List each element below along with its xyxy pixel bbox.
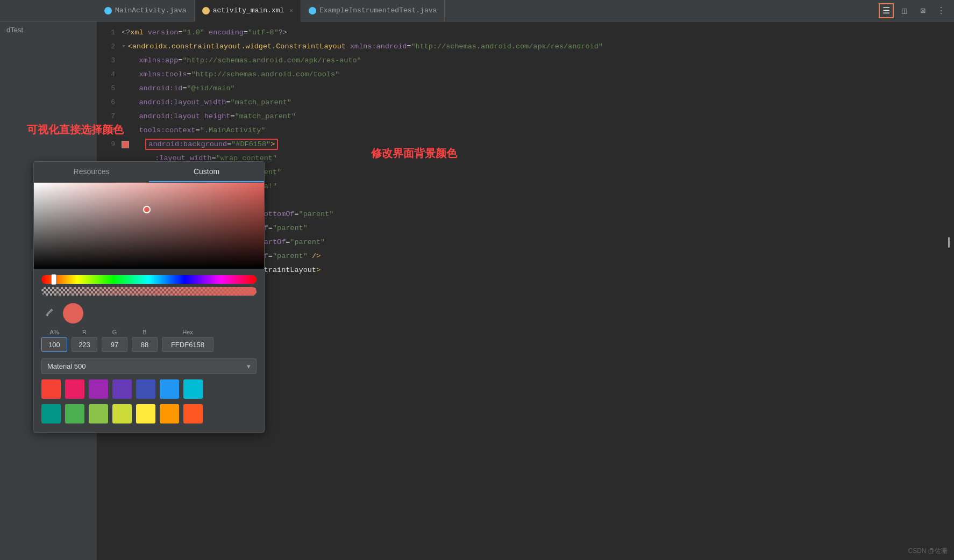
blue-field: B <box>132 329 158 352</box>
code-line-5: 5 android:id="@+id/main" <box>97 82 954 96</box>
palette-color-yellow[interactable] <box>136 404 155 423</box>
hue-thumb[interactable] <box>51 274 56 285</box>
palette-color-light-green[interactable] <box>89 404 108 423</box>
palette-color-deep-orange[interactable] <box>183 404 203 423</box>
code-line-4: 4 xmlns:tools="http://schemas.android.co… <box>97 68 954 82</box>
hex-input[interactable] <box>162 337 213 352</box>
hex-field: Hex <box>162 329 213 352</box>
code-line-2: 2 ▾ <androidx.constraintlayout.widget.Co… <box>97 40 954 54</box>
alpha-slider[interactable] <box>41 287 257 296</box>
close-icon-button[interactable]: ⊠ <box>915 3 930 18</box>
code-line-1: 1 <?xml version="1.0" encoding="utf-8"?> <box>97 26 954 40</box>
tab-mainactivity[interactable]: MainActivity.java <box>97 0 195 21</box>
palette-color-orange[interactable] <box>160 404 179 423</box>
palette-color-deep-purple[interactable] <box>112 379 132 399</box>
tab-resources[interactable]: Resources <box>34 162 149 182</box>
code-line-3: 3 xmlns:app="http://schemas.android.com/… <box>97 54 954 68</box>
tab-custom[interactable]: Custom <box>149 162 264 182</box>
code-line-7: 7 android:layout_height="match_parent" <box>97 110 954 124</box>
code-line-8: 8 tools:context=".MainActivity" <box>97 124 954 138</box>
palette-row-2 <box>41 404 257 423</box>
palette-color-teal[interactable] <box>41 404 61 423</box>
gutter-color-square[interactable] <box>122 141 129 148</box>
palette-color-purple[interactable] <box>89 379 108 399</box>
color-info-row <box>41 303 257 324</box>
split-icon-button[interactable]: ◫ <box>897 3 912 18</box>
material-dropdown[interactable]: Material 500 ▾ <box>41 358 257 374</box>
blue-input[interactable] <box>132 337 158 352</box>
tab-icon-activity-main <box>202 7 210 15</box>
tab-label-mainactivity: MainActivity.java <box>115 6 187 15</box>
eyedropper-button[interactable] <box>41 305 58 321</box>
hue-slider[interactable] <box>41 275 257 284</box>
color-picker-dot[interactable] <box>143 206 151 213</box>
palette-row-1 <box>41 379 257 399</box>
palette-color-indigo[interactable] <box>136 379 155 399</box>
color-picker-panel: Resources Custom A% <box>33 161 265 433</box>
tab-label-example-test: ExampleInstrumentedTest.java <box>319 6 437 15</box>
tab-close-activity-main[interactable]: ✕ <box>289 7 293 14</box>
red-field: R <box>72 329 97 352</box>
red-input[interactable] <box>72 337 97 352</box>
more-icon: ⋮ <box>937 5 945 16</box>
sidebar-item-dtest[interactable]: dTest <box>0 21 97 38</box>
palette-color-pink[interactable] <box>65 379 84 399</box>
close-icon: ⊠ <box>920 5 925 16</box>
watermark: CSDN @佐珊 <box>908 547 948 556</box>
menu-icon: ☰ <box>882 5 890 16</box>
color-swatch <box>63 303 83 324</box>
alpha-overlay <box>41 287 257 296</box>
green-input[interactable] <box>102 337 127 352</box>
tab-bar: MainActivity.java activity_main.xml ✕ Ex… <box>0 0 954 21</box>
scrollbar[interactable] <box>948 237 950 248</box>
gradient-dark-overlay <box>34 183 264 269</box>
menu-icon-button[interactable]: ☰ <box>879 3 894 18</box>
code-line-6: 6 android:layout_width="match_parent" <box>97 96 954 110</box>
palette-color-lime[interactable] <box>112 404 132 423</box>
tab-icon-mainactivity <box>104 7 112 15</box>
palette-color-green[interactable] <box>65 404 84 423</box>
svg-point-0 <box>47 315 48 316</box>
tab-label-activity-main: activity_main.xml <box>213 6 284 15</box>
dropdown-chevron: ▾ <box>247 362 251 370</box>
tab-example-test[interactable]: ExampleInstrumentedTest.java <box>301 0 445 21</box>
green-field: G <box>102 329 127 352</box>
tab-activity-main[interactable]: activity_main.xml ✕ <box>195 0 301 21</box>
more-icon-button[interactable]: ⋮ <box>934 3 949 18</box>
alpha-input[interactable] <box>41 337 67 352</box>
split-icon: ◫ <box>902 5 907 16</box>
color-gradient[interactable] <box>34 183 264 269</box>
code-line-9: 9 android:background="#DF6158"> <box>97 138 954 152</box>
palette-color-red[interactable] <box>41 379 61 399</box>
alpha-field: A% <box>41 329 67 352</box>
panel-tabs: Resources Custom <box>34 162 264 183</box>
palette-color-cyan[interactable] <box>183 379 203 399</box>
palette-color-blue[interactable] <box>160 379 179 399</box>
toolbar-right: ☰ ◫ ⊠ ⋮ <box>879 3 949 18</box>
tab-icon-example-test <box>309 7 316 15</box>
argb-row: A% R G B Hex <box>41 329 257 352</box>
